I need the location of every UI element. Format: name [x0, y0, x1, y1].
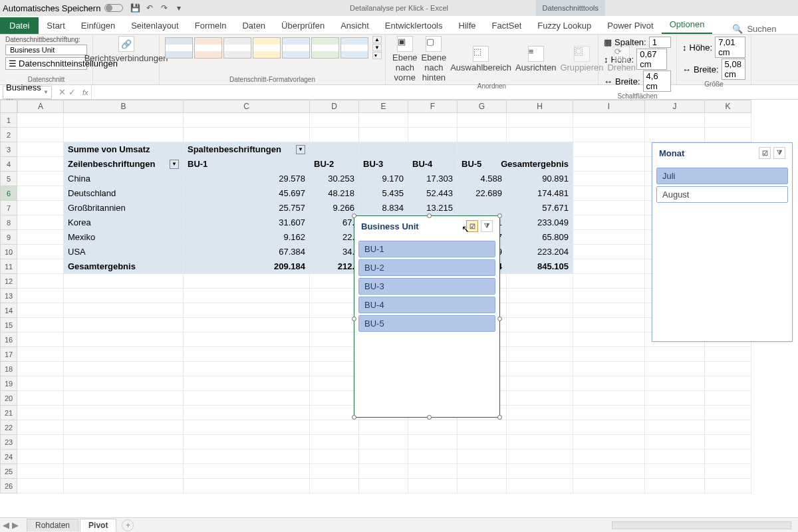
cell-F25[interactable]	[408, 464, 458, 479]
cell-D1[interactable]	[310, 113, 359, 128]
cell-J24[interactable]	[645, 450, 705, 464]
undo-icon[interactable]: ↶	[144, 3, 155, 13]
cell-C26[interactable]	[184, 479, 310, 493]
cell-G2[interactable]	[458, 128, 507, 142]
cell-D7[interactable]: 9.266	[310, 201, 359, 215]
cell-J25[interactable]	[645, 464, 705, 479]
cell-B10[interactable]: USA	[64, 245, 184, 259]
cell-H20[interactable]	[507, 391, 573, 406]
cell-H14[interactable]	[507, 303, 573, 318]
cell-A1[interactable]	[17, 113, 64, 128]
cell-C23[interactable]	[184, 435, 310, 450]
cell-H21[interactable]	[507, 406, 573, 420]
cell-D26[interactable]	[310, 479, 359, 493]
cell-F22[interactable]	[408, 420, 458, 435]
cell-K20[interactable]	[705, 391, 751, 406]
cell-B3[interactable]: Summe von Umsatz	[64, 142, 184, 157]
slicer-style-5[interactable]	[282, 37, 310, 59]
cell-I11[interactable]	[573, 259, 645, 274]
cell-C11[interactable]: 209.184	[184, 259, 310, 274]
cell-F6[interactable]: 52.443	[408, 186, 458, 201]
cell-B11[interactable]: Gesamtergebnis	[64, 259, 184, 274]
cell-A24[interactable]	[17, 450, 64, 464]
row-header-22[interactable]: 22	[0, 420, 17, 435]
cell-C8[interactable]: 31.607	[184, 215, 310, 230]
cell-E6[interactable]: 5.435	[359, 186, 408, 201]
slicer-item-bu2[interactable]: BU-2	[358, 259, 495, 276]
cell-E26[interactable]	[359, 479, 408, 493]
cell-D25[interactable]	[310, 464, 359, 479]
cell-H6[interactable]: 174.481	[507, 186, 573, 201]
row-header-8[interactable]: 8	[0, 215, 17, 230]
cell-A17[interactable]	[17, 347, 64, 362]
styles-more-icon[interactable]: ▾	[372, 52, 382, 59]
sheet-tab-rohdaten[interactable]: Rohdaten	[27, 519, 78, 531]
cell-E1[interactable]	[359, 113, 408, 128]
row-header-21[interactable]: 21	[0, 406, 17, 420]
cell-A9[interactable]	[17, 230, 64, 245]
col-header-D[interactable]: D	[310, 100, 359, 113]
cell-B4[interactable]: Zeilenbeschriftungen▼	[64, 157, 184, 172]
row-header-3[interactable]: 3	[0, 142, 17, 157]
align-button[interactable]: ≡Ausrichten	[514, 46, 557, 72]
cell-A19[interactable]	[17, 376, 64, 391]
cell-H22[interactable]	[507, 420, 573, 435]
cell-I21[interactable]	[573, 406, 645, 420]
cell-C6[interactable]: 45.697	[184, 186, 310, 201]
cell-G22[interactable]	[458, 420, 507, 435]
tab-help[interactable]: Hilfe	[451, 17, 484, 34]
name-box[interactable]: Business ...▼	[3, 86, 52, 99]
cell-K17[interactable]	[705, 347, 751, 362]
cell-G26[interactable]	[458, 479, 507, 493]
cell-J1[interactable]	[645, 113, 705, 128]
column-headers[interactable]: ABCDEFGHIJK	[17, 100, 798, 113]
row-header-23[interactable]: 23	[0, 435, 17, 450]
new-sheet-button[interactable]: +	[122, 519, 134, 531]
col-header-C[interactable]: C	[184, 100, 310, 113]
cell-G23[interactable]	[458, 435, 507, 450]
cell-D24[interactable]	[310, 450, 359, 464]
redo-icon[interactable]: ↷	[159, 3, 170, 13]
cell-C20[interactable]	[184, 391, 310, 406]
cell-D18[interactable]	[310, 362, 359, 376]
fx-icon[interactable]: fx	[80, 88, 91, 96]
cell-I15[interactable]	[573, 318, 645, 332]
tab-factset[interactable]: FactSet	[484, 17, 530, 34]
cell-H26[interactable]	[507, 479, 573, 493]
cell-K18[interactable]	[705, 362, 751, 376]
cell-I23[interactable]	[573, 435, 645, 450]
cell-K22[interactable]	[705, 420, 751, 435]
save-icon[interactable]: 💾	[130, 3, 140, 13]
row-header-11[interactable]: 11	[0, 259, 17, 274]
tab-data[interactable]: Daten	[234, 17, 273, 34]
row-header-15[interactable]: 15	[0, 318, 17, 332]
cell-K2[interactable]	[705, 128, 751, 142]
slicer-item-bu4[interactable]: BU-4	[358, 297, 495, 313]
cell-B22[interactable]	[64, 420, 184, 435]
styles-scroll-down-icon[interactable]: ▼	[372, 44, 382, 51]
cell-E7[interactable]: 8.834	[359, 201, 408, 215]
cell-I25[interactable]	[573, 464, 645, 479]
cell-A10[interactable]	[17, 245, 64, 259]
cell-K26[interactable]	[705, 479, 751, 493]
cell-J17[interactable]	[645, 347, 705, 362]
cell-E25[interactable]	[359, 464, 408, 479]
cell-C25[interactable]	[184, 464, 310, 479]
cell-D8[interactable]: 67.	[310, 215, 359, 230]
rotate-button[interactable]: ⟳Drehen	[606, 46, 637, 72]
cell-H11[interactable]: 845.105	[507, 259, 573, 274]
cell-B17[interactable]	[64, 347, 184, 362]
row-header-5[interactable]: 5	[0, 172, 17, 186]
cell-H12[interactable]	[507, 274, 573, 289]
cell-I1[interactable]	[573, 113, 645, 128]
cell-E24[interactable]	[359, 450, 408, 464]
cell-H19[interactable]	[507, 376, 573, 391]
cell-K25[interactable]	[705, 464, 751, 479]
cell-I3[interactable]	[573, 142, 645, 157]
tab-pagelayout[interactable]: Seitenlayout	[123, 17, 187, 34]
multiselect-icon[interactable]: ☑	[759, 147, 771, 159]
bring-forward-button[interactable]: ▣Ebene nach vorne	[391, 36, 419, 82]
report-connections-button[interactable]: 🔗 Berichtsverbindungen	[98, 36, 154, 63]
cell-B15[interactable]	[64, 318, 184, 332]
cell-B24[interactable]	[64, 450, 184, 464]
